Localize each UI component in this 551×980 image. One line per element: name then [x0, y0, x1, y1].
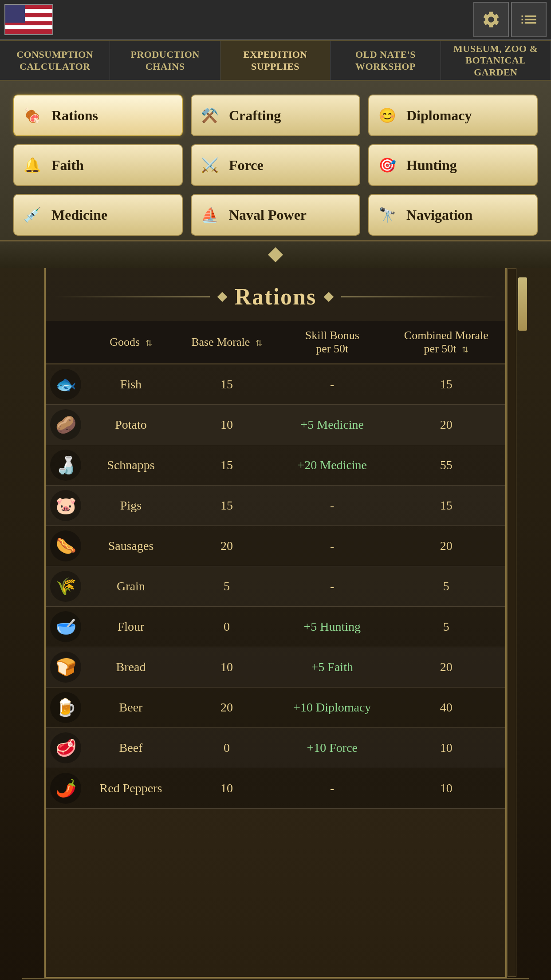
category-icon-naval-power: ⛵: [198, 203, 222, 227]
nav-tab-expedition-supplies[interactable]: EXPEDITION SUPPLIES: [220, 41, 331, 80]
top-bar: [0, 0, 551, 40]
skill-bonus-pigs: -: [277, 486, 387, 526]
settings-button[interactable]: [473, 2, 509, 37]
category-btn-rations[interactable]: 🍖 Rations: [13, 95, 183, 136]
col-skill-bonus-label: Skill Bonusper 50t: [305, 329, 359, 355]
table-row-red-peppers: 🌶️ Red Peppers 10 - 10: [46, 768, 505, 809]
skill-bonus-fish: -: [277, 364, 387, 405]
item-name-beef: Beef: [86, 728, 176, 768]
table-body: 🐟 Fish 15 - 15 🥔 Potato 10 +5 Medicine 2…: [46, 364, 505, 809]
category-label-diplomacy: Diplomacy: [406, 107, 472, 124]
category-label-faith: Faith: [51, 157, 84, 174]
scrollbar-thumb[interactable]: [518, 277, 527, 331]
combined-morale-beef: 10: [387, 728, 505, 768]
list-button[interactable]: [511, 2, 547, 37]
item-name-flour: Flour: [86, 607, 176, 647]
flag-icon: [4, 4, 53, 35]
col-goods-label: Goods: [110, 336, 140, 348]
base-morale-bread: 10: [176, 647, 277, 688]
title-diamond-right: [324, 292, 334, 302]
item-icon-bread: 🍞: [46, 647, 86, 688]
base-morale-potato: 10: [176, 405, 277, 445]
item-icon-schnapps: 🍶: [46, 445, 86, 486]
category-btn-diplomacy[interactable]: 😊 Diplomacy: [368, 95, 538, 136]
combined-morale-flour: 5: [387, 607, 505, 647]
category-btn-navigation[interactable]: 🔭 Navigation: [368, 194, 538, 236]
main-panel: Rations Goods ⇅ Ba: [44, 268, 507, 978]
title-diamond-left: [217, 292, 227, 302]
category-label-rations: Rations: [51, 107, 98, 124]
category-section: 🍖 Rations ⚒️ Crafting 😊 Diplomacy 🔔 Fait…: [0, 81, 551, 241]
item-icon-beer: 🍺: [46, 688, 86, 728]
title-line-left: [55, 296, 210, 297]
table-row-schnapps: 🍶 Schnapps 15 +20 Medicine 55: [46, 445, 505, 486]
category-icon-diplomacy: 😊: [375, 103, 399, 127]
nav-tab-museum-zoo-botanical[interactable]: MUSEUM, ZOO & BOTANICAL GARDEN: [441, 41, 551, 80]
item-img-flour: 🥣: [50, 611, 81, 642]
goods-sort-icon[interactable]: ⇅: [146, 338, 152, 348]
item-img-beef: 🥩: [50, 732, 81, 763]
category-icon-rations: 🍖: [20, 103, 44, 127]
category-icon-force: ⚔️: [198, 153, 222, 177]
combined-morale-beer: 40: [387, 688, 505, 728]
combined-morale-sort-icon[interactable]: ⇅: [462, 345, 468, 355]
combined-morale-grain: 5: [387, 566, 505, 607]
combined-morale-schnapps: 55: [387, 445, 505, 486]
col-skill-bonus: Skill Bonusper 50t: [277, 321, 387, 364]
nav-tabs: [55, 0, 469, 39]
item-name-sausages: Sausages: [86, 526, 176, 566]
category-grid: 🍖 Rations ⚒️ Crafting 😊 Diplomacy 🔔 Fait…: [13, 95, 538, 236]
skill-bonus-grain: -: [277, 566, 387, 607]
category-btn-crafting[interactable]: ⚒️ Crafting: [191, 95, 360, 136]
category-btn-naval-power[interactable]: ⛵ Naval Power: [191, 194, 360, 236]
base-morale-schnapps: 15: [176, 445, 277, 486]
col-goods[interactable]: Goods ⇅: [86, 321, 176, 364]
item-img-schnapps: 🍶: [50, 450, 81, 481]
item-name-schnapps: Schnapps: [86, 445, 176, 486]
combined-morale-red-peppers: 10: [387, 768, 505, 809]
category-label-force: Force: [229, 157, 264, 174]
nav-tab-old-nates-workshop[interactable]: OLD NATE'S WORKSHOP: [331, 41, 441, 80]
category-btn-hunting[interactable]: 🎯 Hunting: [368, 144, 538, 186]
scrollbar-track[interactable]: [508, 268, 516, 977]
panel-title-row: Rations: [46, 268, 505, 321]
item-img-grain: 🌾: [50, 571, 81, 602]
base-morale-sausages: 20: [176, 526, 277, 566]
col-base-morale[interactable]: Base Morale ⇅: [176, 321, 277, 364]
panel-title: Rations: [235, 284, 316, 310]
col-base-morale-label: Base Morale: [191, 336, 250, 348]
category-label-navigation: Navigation: [406, 207, 472, 223]
category-icon-medicine: 💉: [20, 203, 44, 227]
base-morale-pigs: 15: [176, 486, 277, 526]
item-name-grain: Grain: [86, 566, 176, 607]
item-name-red-peppers: Red Peppers: [86, 768, 176, 809]
category-label-crafting: Crafting: [229, 107, 281, 124]
main-panel-wrapper: Rations Goods ⇅ Ba: [0, 268, 551, 980]
table-row-grain: 🌾 Grain 5 - 5: [46, 566, 505, 607]
nav-tab-consumption-calculator[interactable]: CONSUMPTION CALCULATOR: [0, 41, 110, 80]
item-img-bread: 🍞: [50, 652, 81, 683]
title-line-right: [341, 296, 496, 297]
table-row-sausages: 🌭 Sausages 20 - 20: [46, 526, 505, 566]
category-btn-medicine[interactable]: 💉 Medicine: [13, 194, 183, 236]
item-icon-pigs: 🐷: [46, 486, 86, 526]
item-img-red-peppers: 🌶️: [50, 773, 81, 804]
item-icon-beef: 🥩: [46, 728, 86, 768]
item-img-pigs: 🐷: [50, 490, 81, 521]
col-combined-morale-label: Combined Moraleper 50t: [404, 329, 488, 355]
top-diamond-divider: [0, 241, 551, 268]
base-morale-grain: 5: [176, 566, 277, 607]
base-morale-sort-icon[interactable]: ⇅: [256, 338, 262, 348]
col-combined-morale[interactable]: Combined Moraleper 50t ⇅: [387, 321, 505, 364]
category-btn-faith[interactable]: 🔔 Faith: [13, 144, 183, 186]
panel-inner: Rations Goods ⇅ Ba: [46, 268, 505, 809]
category-btn-force[interactable]: ⚔️ Force: [191, 144, 360, 186]
table-header: Goods ⇅ Base Morale ⇅ Skill Bonusper 50t: [46, 321, 505, 364]
nav-tab-production-chains[interactable]: PRODUCTION CHAINS: [110, 41, 220, 80]
table-row-flour: 🥣 Flour 0 +5 Hunting 5: [46, 607, 505, 647]
base-morale-beer: 20: [176, 688, 277, 728]
item-name-fish: Fish: [86, 364, 176, 405]
category-icon-crafting: ⚒️: [198, 103, 222, 127]
table-row-bread: 🍞 Bread 10 +5 Faith 20: [46, 647, 505, 688]
item-name-bread: Bread: [86, 647, 176, 688]
